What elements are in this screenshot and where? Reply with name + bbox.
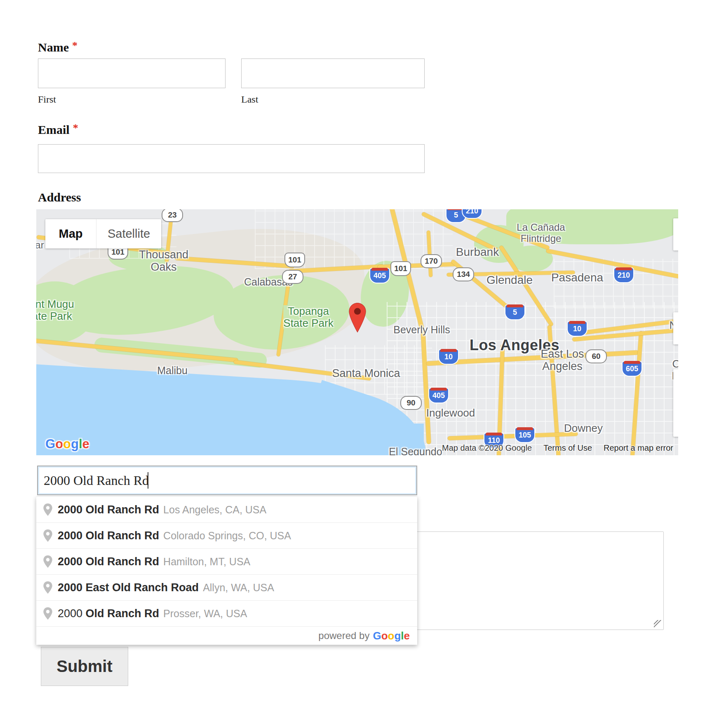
address-autocomplete-dropdown: 2000 Old Ranch Rd Los Angeles, CA, USA 2… (36, 496, 417, 645)
powered-by-text: powered by (318, 630, 369, 641)
place-pin-icon (43, 529, 53, 542)
place-pin-icon (43, 555, 53, 568)
map-label-partial-ar: ar (36, 240, 44, 251)
zoom-control: + − (673, 369, 678, 437)
map-marker-pin (348, 302, 367, 334)
highway-shield-5: 5 (505, 304, 525, 320)
item-locality: Hamilton, MT, USA (163, 556, 250, 568)
highway-shield-101: 101 (284, 253, 305, 267)
item-street: 2000 Old Ranch Rd (58, 555, 159, 568)
item-locality: Allyn, WA, USA (203, 582, 274, 594)
email-required-asterisk: * (73, 122, 78, 134)
name-required-asterisk: * (72, 40, 78, 51)
highway-shield-170: 170 (421, 254, 442, 268)
autocomplete-item[interactable]: 2000 East Old Ranch Road Allyn, WA, USA (36, 574, 417, 600)
autocomplete-item[interactable]: 2000 Old Ranch Rd Hamilton, MT, USA (36, 548, 417, 574)
last-name-input[interactable] (241, 59, 425, 88)
email-input[interactable] (38, 144, 425, 173)
google-wordmark: Google (373, 630, 410, 642)
google-maps-logo[interactable]: Google (45, 437, 89, 452)
map-label-inglewood: Inglewood (426, 407, 475, 419)
item-locality: Los Angeles, CA, USA (163, 504, 266, 516)
map-label-thousand-oaks: Thousand Oaks (139, 248, 188, 273)
map-label-la-canada-flintridge: La Cañada Flintridge (517, 222, 565, 244)
map-ocean (36, 424, 424, 455)
submit-button[interactable]: Submit (41, 647, 128, 686)
highway-shield-210: 210 (462, 209, 482, 219)
map-label-glendale: Glendale (486, 274, 533, 286)
report-map-error-link[interactable]: Report a map error (604, 443, 673, 453)
name-label: Name* (38, 40, 78, 54)
map-type-map-button[interactable]: Map (45, 219, 96, 248)
map-label-beverly-hills: Beverly Hills (393, 324, 450, 335)
address-form-page: Name* First Last Email* Address (0, 0, 719, 728)
autocomplete-item[interactable]: 2000 Old Ranch Rd Prosser, WA, USA (36, 600, 417, 626)
place-pin-icon (43, 607, 53, 620)
pegman-button[interactable] (673, 312, 678, 344)
highway-shield-60: 60 (585, 349, 607, 363)
address-label: Address (38, 190, 81, 204)
highway-shield-605: 605 (622, 361, 642, 377)
item-prefix: 2000 (58, 607, 86, 620)
highway-shield-10: 10 (438, 349, 459, 365)
autocomplete-item[interactable]: 2000 Old Ranch Rd Los Angeles, CA, USA (36, 497, 417, 522)
highway-shield-90: 90 (400, 396, 422, 410)
autocomplete-item[interactable]: 2000 Old Ranch Rd Colorado Springs, CO, … (36, 522, 417, 548)
map-attribution: Map data ©2020 Google Terms of Use Repor… (442, 443, 673, 453)
zoom-in-button[interactable]: + (673, 369, 678, 403)
first-name-input[interactable] (38, 59, 226, 88)
map-type-satellite-button[interactable]: Satellite (96, 219, 161, 248)
map-type-control: Map Satellite (45, 219, 161, 248)
map-label-santa-monica: Santa Monica (332, 367, 400, 379)
text-cursor (148, 472, 148, 489)
highway-shield-23: 23 (162, 209, 183, 222)
highway-shield-134: 134 (453, 267, 474, 281)
email-label-text: Email (38, 123, 70, 136)
powered-by-google: powered by Google (36, 626, 417, 645)
map-label-topanga-state-park: Topanga State Park (283, 305, 333, 329)
map-label-point-mugu-state-park: Point Mugu State Park (36, 298, 74, 322)
last-sublabel: Last (241, 94, 258, 105)
item-street: 2000 Old Ranch Rd (58, 529, 159, 542)
terms-of-use-link[interactable]: Terms of Use (543, 443, 592, 453)
highway-shield-105: 105 (515, 427, 535, 443)
google-map[interactable]: Thousand OaksCalabasasMalibuSanta Monica… (36, 209, 678, 455)
map-label-malibu: Malibu (157, 365, 188, 376)
highway-shield-10: 10 (567, 321, 587, 337)
item-locality: Prosser, WA, USA (163, 608, 247, 620)
zoom-out-button[interactable]: − (673, 403, 678, 437)
item-street: 2000 East Old Ranch Road (58, 581, 199, 594)
highway-shield-210: 210 (613, 267, 634, 283)
highway-shield-101: 101 (390, 261, 411, 276)
name-label-text: Name (38, 40, 69, 54)
map-label-downey: Downey (564, 422, 603, 434)
place-pin-icon (43, 503, 53, 516)
map-label-pasadena: Pasadena (551, 271, 603, 284)
address-input[interactable] (37, 466, 417, 495)
textarea-resize-handle[interactable] (654, 620, 661, 627)
map-label-el-segundo: El Segundo (389, 446, 442, 455)
map-label-burbank: Burbank (456, 246, 499, 258)
place-pin-icon (43, 581, 53, 594)
highway-shield-27: 27 (282, 270, 303, 284)
fullscreen-button[interactable] (673, 218, 678, 250)
email-label: Email* (38, 122, 78, 137)
item-street: 2000 Old Ranch Rd (58, 503, 159, 516)
first-sublabel: First (38, 94, 56, 105)
map-label-east-los-angeles: East Los Angeles (540, 348, 584, 372)
highway-shield-405: 405 (369, 268, 390, 283)
item-street: Old Ranch Rd (86, 607, 160, 620)
item-locality: Colorado Springs, CO, USA (163, 530, 291, 542)
highway-shield-405: 405 (428, 388, 449, 403)
map-data-attribution: Map data ©2020 Google (442, 443, 532, 453)
